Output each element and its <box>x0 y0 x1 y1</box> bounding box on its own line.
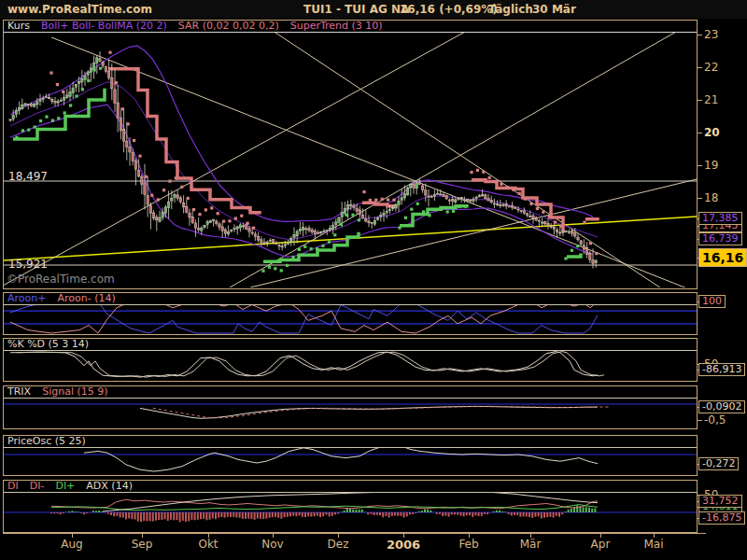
indicator-label-stoch[interactable]: %K %D (5 3 14) <box>7 339 89 350</box>
axis-tick-20: 20 <box>704 126 720 139</box>
symbol-title: TUI1 - TUI AG NA <box>303 0 409 19</box>
axis-tick-22: 22 <box>704 61 718 74</box>
date-label: 30 Mär <box>532 0 576 19</box>
axis-tick-23: 23 <box>704 28 718 41</box>
di-minus-value: 31,752 <box>698 495 742 508</box>
timeframe[interactable]: Täglich <box>488 0 533 19</box>
x-axis-month-aug: Aug <box>61 538 82 551</box>
aroon-minus-value: 100 <box>698 295 726 308</box>
prorealtime-window: www.ProRealTime.com TUI1 - TUI AG NA 16,… <box>0 0 747 560</box>
x-axis-month-apr: Apr <box>591 538 611 551</box>
axis-tick-mark <box>697 420 702 421</box>
header-bar: www.ProRealTime.com TUI1 - TUI AG NA 16,… <box>0 0 747 19</box>
indicator-label-price[interactable]: SuperTrend (3 10) <box>290 21 383 32</box>
x-axis-month-feb: Feb <box>458 538 478 551</box>
stoch-value: -86,913 <box>698 363 745 376</box>
x-axis-month-2006: 2006 <box>387 538 420 552</box>
x-axis-month-okt: Okt <box>198 538 218 551</box>
axis-tick-mark <box>697 133 702 133</box>
priceosc-panel-label-row: PriceOsc (5 25) <box>4 436 697 448</box>
stochastic-panel[interactable]: %K %D (5 3 14) <box>3 338 698 382</box>
axis-tick-19: 19 <box>704 159 718 172</box>
axis-tick-mark <box>697 67 702 68</box>
dmi-diff-value: -16,875 <box>698 511 745 525</box>
dmi-panel[interactable]: DIDI-DI+ADX (14) <box>3 480 698 533</box>
last-price: 16,16 (+0,69%) <box>400 0 498 19</box>
x-axis-month-dez: Dez <box>328 538 349 551</box>
bollinger-value: 16,739 <box>698 232 742 245</box>
trix-panel[interactable]: TRIXSignal (15 9) <box>3 385 698 429</box>
indicator-label-posc[interactable]: PriceOsc (5 25) <box>7 436 86 447</box>
stochastic-panel-label-row: %K %D (5 3 14) <box>4 339 697 351</box>
axis-tick-mark <box>697 198 702 199</box>
priceosc-panel[interactable]: PriceOsc (5 25) <box>3 435 698 476</box>
indicator-label-aroon[interactable]: Aroon- (14) <box>57 293 115 304</box>
site-link[interactable]: www.ProRealTime.com <box>7 0 152 19</box>
indicator-label-dmi[interactable]: DI <box>7 481 19 492</box>
price-panel[interactable]: KursBoll+ Boll- BollMA (20 2)SAR (0,02 0… <box>3 20 698 289</box>
support-level-label: 15,921 <box>8 258 48 271</box>
x-axis-month-mai: Mai <box>643 538 663 551</box>
axis-tick-mark <box>697 35 702 35</box>
trix-panel-label-row: TRIXSignal (15 9) <box>4 386 697 399</box>
last-price-value: 16,16 <box>698 248 747 267</box>
aroon-panel[interactable]: Aroon+Aroon- (14) <box>3 292 698 335</box>
indicator-label-price[interactable]: SAR (0,02 0,02 0,2) <box>178 21 279 32</box>
resistance-level-label: 18,497 <box>8 170 48 183</box>
axis-tick--0,5: -0,5 <box>704 413 726 427</box>
indicator-label-dmi[interactable]: ADX (14) <box>86 481 133 492</box>
axis-tick-18: 18 <box>704 191 718 204</box>
watermark: ©ProRealTime.com <box>7 273 115 286</box>
aroon-panel-label-row: Aroon+Aroon- (14) <box>4 293 697 305</box>
indicator-label-price[interactable]: Kurs <box>7 21 30 32</box>
axis-tick-21: 21 <box>704 93 718 106</box>
price-panel-label-row: KursBoll+ Boll- BollMA (20 2)SAR (0,02 0… <box>4 21 697 33</box>
axis-tick-mark <box>697 165 702 166</box>
dmi-panel-label-row: DIDI-DI+ADX (14) <box>4 481 697 493</box>
priceosc-value: -0,272 <box>698 457 739 470</box>
indicator-label-dmi[interactable]: DI+ <box>55 481 75 492</box>
indicator-label-trix[interactable]: Signal (15 9) <box>42 386 107 398</box>
indicator-label-aroon[interactable]: Aroon+ <box>7 293 46 304</box>
indicator-label-dmi[interactable]: DI- <box>30 481 45 492</box>
trix-value: -0,0902 <box>698 400 745 413</box>
axis-tick-mark <box>697 100 702 101</box>
supertrend-value: 17,385 <box>698 212 742 225</box>
indicator-label-trix[interactable]: TRIX <box>7 386 31 398</box>
x-axis-month-nov: Nov <box>261 538 283 551</box>
indicator-label-price[interactable]: Boll+ Boll- BollMA (20 2) <box>41 21 167 32</box>
x-axis-month-mär: Mär <box>520 538 542 551</box>
x-axis-month-sep: Sep <box>132 538 153 551</box>
